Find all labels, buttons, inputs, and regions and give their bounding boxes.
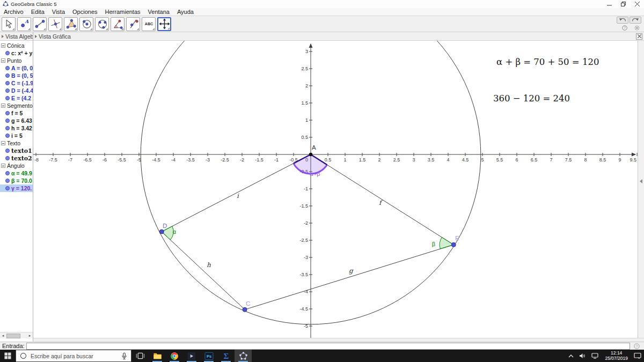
algebra-item[interactable]: B = (0, 5 — [0, 72, 33, 79]
algebra-item[interactable]: f = 5 — [0, 109, 33, 117]
minimize-button[interactable] — [602, 0, 616, 8]
collapsed-panel-strip[interactable] — [638, 41, 644, 338]
algebra-item[interactable]: C = (-1.9 — [0, 79, 33, 87]
taskbar-clock[interactable]: 12:14 25/07/2019 — [602, 351, 631, 361]
tool-move[interactable] — [2, 17, 16, 31]
taskbar-app-movies-tv[interactable] — [183, 350, 200, 362]
algebra-view-header[interactable]: Vista Algeb — [0, 32, 33, 41]
tool-segment[interactable] — [33, 17, 47, 31]
algebra-item[interactable]: γ = 120. — [0, 184, 33, 192]
tool-circle-center-point[interactable] — [79, 17, 93, 31]
algebra-group[interactable]: Segmento — [0, 102, 33, 109]
algebra-item[interactable]: i = 5 — [0, 132, 33, 139]
tool-dropdown-arrow-icon[interactable] — [106, 28, 108, 30]
tool-dropdown-arrow-icon[interactable] — [152, 28, 155, 30]
menu-herramientas[interactable]: Herramientas — [101, 9, 144, 15]
scroll-left-arrow-icon[interactable]: ◂ — [0, 333, 6, 338]
taskbar-search-box[interactable]: Escribe aquí para buscar — [16, 350, 131, 362]
tool-dropdown-arrow-icon[interactable] — [137, 28, 139, 30]
visibility-marble-icon[interactable] — [5, 186, 10, 190]
tool-polygon[interactable] — [64, 17, 78, 31]
settings-gear-icon[interactable] — [634, 25, 640, 31]
graphics-text-1[interactable]: α + β = 70 + 50 = 120 — [496, 57, 599, 67]
taskbar-app-geogebra[interactable] — [235, 350, 252, 362]
point-A[interactable] — [309, 153, 312, 156]
tool-conic-five-points[interactable] — [95, 17, 109, 31]
visibility-marble-icon[interactable] — [5, 66, 10, 70]
start-button[interactable] — [0, 350, 16, 362]
visibility-marble-icon[interactable] — [5, 73, 10, 78]
visibility-marble-icon[interactable] — [5, 96, 10, 100]
visibility-marble-icon[interactable] — [5, 111, 10, 115]
panel-menu-arrow-icon[interactable] — [35, 35, 37, 38]
scrollbar-thumb[interactable] — [6, 334, 20, 338]
algebra-item[interactable]: c: x² + y — [0, 49, 33, 57]
segment-h[interactable] — [162, 232, 245, 309]
graphics-view-header[interactable]: Vista Gráfica — [33, 32, 644, 41]
collapse-minus-icon[interactable] — [1, 141, 5, 145]
taskbar-app-chrome[interactable] — [166, 350, 183, 362]
collapse-minus-icon[interactable] — [1, 43, 5, 48]
tool-text[interactable]: ABC — [142, 17, 156, 31]
tool-point[interactable]: A — [17, 17, 31, 31]
visibility-marble-icon[interactable] — [5, 179, 10, 183]
collapse-minus-icon[interactable] — [1, 104, 5, 108]
algebra-item[interactable]: D = (-4.4 — [0, 87, 33, 94]
algebra-hscrollbar[interactable]: ◂ ▸ — [0, 332, 33, 338]
tool-perpendicular-line[interactable] — [48, 17, 62, 31]
point-C[interactable] — [243, 307, 247, 312]
menu-ventana[interactable]: Ventana — [144, 9, 173, 15]
menu-ayuda[interactable]: Ayuda — [173, 9, 197, 15]
tool-dropdown-arrow-icon[interactable] — [28, 28, 30, 30]
algebra-group[interactable]: Texto — [0, 139, 33, 147]
visibility-marble-icon[interactable] — [5, 51, 10, 55]
tool-dropdown-arrow-icon[interactable] — [167, 27, 170, 29]
algebra-item[interactable]: texto2 — [0, 154, 33, 162]
menu-archivo[interactable]: Archivo — [0, 9, 27, 15]
visibility-marble-icon[interactable] — [5, 119, 10, 123]
visibility-marble-icon[interactable] — [5, 149, 10, 153]
help-icon[interactable]: ? — [621, 25, 627, 31]
angle-sector[interactable] — [440, 237, 453, 249]
tool-dropdown-arrow-icon[interactable] — [43, 28, 46, 30]
visibility-marble-icon[interactable] — [5, 126, 10, 130]
undo-button[interactable] — [617, 17, 628, 24]
tray-chevron-icon[interactable] — [566, 354, 576, 358]
tool-dropdown-arrow-icon[interactable] — [90, 28, 92, 30]
algebra-group[interactable]: Punto — [0, 57, 33, 64]
tool-dropdown-arrow-icon[interactable] — [59, 28, 61, 30]
tool-reflect[interactable] — [126, 17, 140, 31]
menu-opciones[interactable]: Opciones — [69, 9, 101, 15]
graphics-canvas-svg[interactable]: -8-7.5-7-6.5-6-5.5-5-4.5-4-3.5-3-2.5-2-1… — [33, 41, 638, 338]
graphics-text-2[interactable]: 360 − 120 = 240 — [493, 93, 570, 104]
collapse-minus-icon[interactable] — [1, 164, 5, 168]
algebra-item[interactable]: A = (0, 0 — [0, 64, 33, 72]
algebra-item[interactable]: E = (4.2 — [0, 94, 33, 102]
algebra-item[interactable]: texto1 — [0, 147, 33, 154]
visibility-marble-icon[interactable] — [5, 156, 10, 160]
network-icon[interactable] — [589, 353, 602, 359]
collapse-minus-icon[interactable] — [1, 58, 5, 63]
algebra-item[interactable]: h = 3.42 — [0, 124, 33, 132]
menu-edita[interactable]: Edita — [27, 9, 48, 15]
input-help-icon[interactable]: ? — [633, 343, 641, 349]
panel-menu-arrow-icon[interactable] — [2, 35, 4, 38]
point-E[interactable] — [451, 242, 456, 247]
close-button[interactable] — [630, 0, 644, 8]
point-D[interactable] — [159, 230, 164, 234]
segment-f[interactable] — [311, 154, 453, 245]
algebra-item[interactable]: α = 49.9 — [0, 169, 33, 177]
graphics-canvas-area[interactable]: -8-7.5-7-6.5-6-5.5-5-4.5-4-3.5-3-2.5-2-1… — [33, 41, 638, 338]
action-center-icon[interactable] — [631, 352, 644, 359]
redo-button[interactable] — [630, 17, 641, 24]
tool-dropdown-arrow-icon[interactable] — [12, 28, 14, 30]
entrada-input[interactable] — [26, 343, 630, 350]
restore-button[interactable] — [616, 0, 630, 8]
algebra-group[interactable]: Ángulo — [0, 162, 33, 169]
taskbar-app-file-explorer[interactable] — [149, 350, 166, 362]
visibility-marble-icon[interactable] — [5, 88, 10, 93]
microphone-icon[interactable] — [121, 352, 127, 360]
close-graphics-view-button[interactable] — [636, 33, 642, 40]
tool-angle[interactable] — [111, 17, 125, 31]
volume-icon[interactable] — [576, 353, 589, 359]
